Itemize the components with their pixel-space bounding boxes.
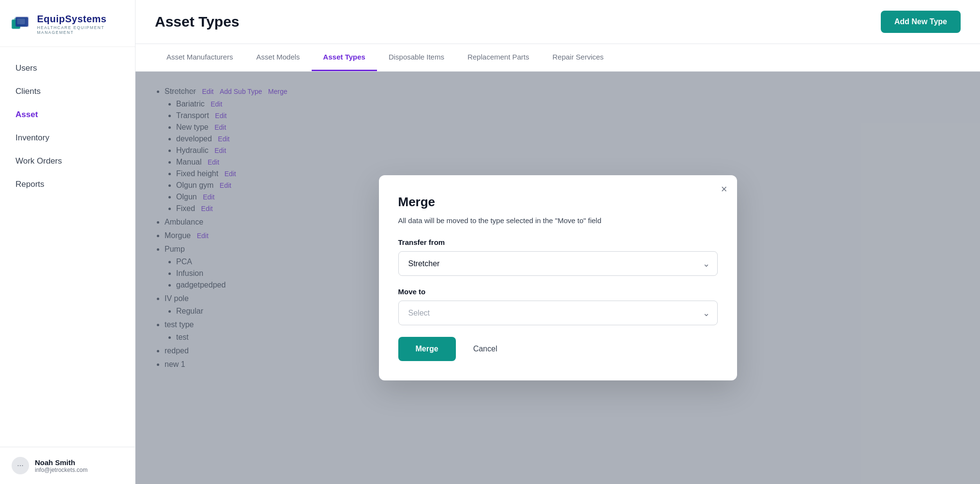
modal-description: All data will be moved to the type selec… [398, 216, 718, 225]
content-area: Stretcher Edit Add Sub Type Merge Bariat… [136, 72, 980, 484]
logo-name: EquipSystems [37, 14, 123, 25]
tabs-bar: Asset Manufacturers Asset Models Asset T… [136, 44, 980, 72]
merge-button[interactable]: Merge [398, 337, 456, 361]
sidebar-item-clients[interactable]: Clients [0, 80, 135, 103]
logo-tagline: Healthcare Equipment Management [37, 25, 123, 35]
page-title: Asset Types [155, 14, 240, 30]
move-to-label: Move to [398, 287, 718, 296]
sidebar-item-work-orders[interactable]: Work Orders [0, 150, 135, 173]
cancel-button[interactable]: Cancel [464, 337, 507, 361]
sidebar-item-reports[interactable]: Reports [0, 173, 135, 196]
topbar: Asset Types Add New Type [136, 0, 980, 44]
tab-replacement-parts[interactable]: Replacement Parts [456, 44, 541, 71]
sidebar-footer: ··· Noah Smith info@jetrockets.com [0, 447, 135, 484]
move-to-wrapper: Select ⌄ [398, 301, 718, 325]
sidebar-item-asset[interactable]: Asset [0, 103, 135, 126]
sidebar-item-users[interactable]: Users [0, 57, 135, 80]
merge-modal: × Merge All data will be moved to the ty… [379, 175, 737, 380]
modal-actions: Merge Cancel [398, 337, 718, 361]
tab-asset-models[interactable]: Asset Models [245, 44, 312, 71]
tab-disposable-items[interactable]: Disposable Items [377, 44, 456, 71]
add-new-type-button[interactable]: Add New Type [881, 11, 961, 33]
close-button[interactable]: × [721, 184, 727, 195]
transfer-from-select[interactable]: Stretcher [398, 251, 718, 276]
svg-rect-5 [17, 19, 25, 24]
transfer-from-wrapper: Stretcher ⌄ [398, 251, 718, 276]
modal-overlay[interactable]: × Merge All data will be moved to the ty… [136, 72, 980, 484]
logo-icon [12, 15, 32, 34]
user-menu-button[interactable]: ··· [12, 457, 29, 474]
sidebar-nav: Users Clients Asset Inventory Work Order… [0, 47, 135, 447]
main-content: Asset Types Add New Type Asset Manufactu… [136, 0, 980, 484]
modal-title: Merge [398, 195, 718, 210]
tab-repair-services[interactable]: Repair Services [541, 44, 616, 71]
tab-asset-types[interactable]: Asset Types [312, 44, 377, 71]
logo-area: EquipSystems Healthcare Equipment Manage… [0, 0, 135, 47]
transfer-from-label: Transfer from [398, 238, 718, 246]
tab-asset-manufacturers[interactable]: Asset Manufacturers [155, 44, 245, 71]
move-to-select[interactable]: Select [398, 301, 718, 325]
sidebar-item-inventory[interactable]: Inventory [0, 126, 135, 150]
user-email: info@jetrockets.com [35, 467, 88, 473]
user-name: Noah Smith [35, 458, 88, 467]
sidebar: EquipSystems Healthcare Equipment Manage… [0, 0, 136, 484]
